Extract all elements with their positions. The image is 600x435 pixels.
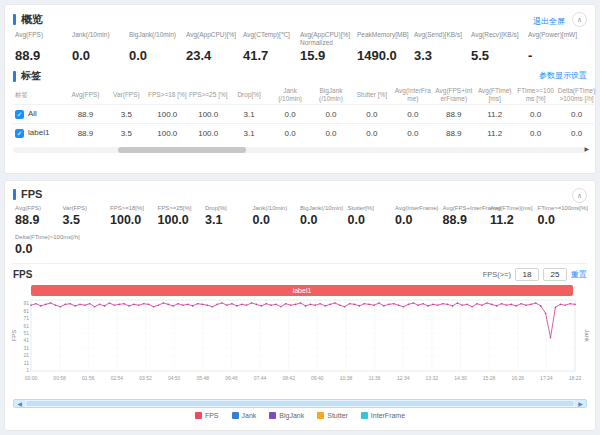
chart-legend: FPSJankBigJankStutterInterFrame	[5, 412, 595, 419]
svg-text:21: 21	[23, 352, 29, 358]
table-scroll-right-arrow[interactable]: ▶	[584, 145, 589, 152]
svg-text:01:56: 01:56	[82, 375, 95, 381]
svg-text:09:40: 09:40	[311, 375, 324, 381]
metric-value: 0.0	[129, 48, 186, 63]
fps-metric: BigJank(/10min)0.0	[300, 204, 348, 227]
metric-label: Avg(Power)[mW]	[528, 31, 585, 47]
chart-scroll-track[interactable]	[25, 400, 575, 407]
table-horizontal-scrollbar[interactable]: ▶	[13, 147, 587, 153]
table-header-cell: FPS>=25 [%]	[188, 85, 229, 105]
svg-text:14:30: 14:30	[454, 375, 467, 381]
overview-metric: Avg(Send)[KB/s]3.3	[414, 31, 471, 63]
metric-label: Avg(FPS)	[15, 31, 72, 47]
metric-value: 0.0	[348, 213, 396, 227]
metric-value: 3.5	[63, 213, 111, 227]
table-cell: 0.0	[311, 124, 352, 143]
svg-text:15:28: 15:28	[483, 375, 496, 381]
svg-text:16:26: 16:26	[511, 375, 524, 381]
parameter-display-settings-link[interactable]: 参数显示设置	[539, 70, 587, 81]
metric-value: 100.0	[110, 213, 158, 227]
metric-value: -	[528, 48, 585, 63]
chart-scroll-right-arrow[interactable]: ▶	[575, 400, 586, 407]
svg-text:13:32: 13:32	[426, 375, 439, 381]
metric-value: 23.4	[186, 48, 243, 63]
svg-text:1: 1	[26, 367, 29, 373]
table-cell: 11.2	[474, 124, 515, 143]
fullscreen-link[interactable]: 退出全屏	[533, 16, 565, 27]
svg-text:31: 31	[23, 345, 29, 351]
svg-text:07:44: 07:44	[254, 375, 267, 381]
table-cell: 0.0	[515, 124, 556, 143]
fps-threshold-input-2[interactable]	[543, 268, 567, 281]
metric-label: FPS>=25[%]	[158, 204, 206, 212]
table-header-cell: Avg(FPS)	[65, 85, 106, 105]
table-row[interactable]: ✓label188.93.5100.0100.03.10.00.00.00.08…	[13, 124, 597, 143]
table-cell: 0.0	[556, 105, 597, 124]
table-row[interactable]: ✓All88.93.5100.0100.03.10.00.00.00.088.9…	[13, 105, 597, 124]
svg-text:51: 51	[23, 330, 29, 336]
metric-value: 0.0	[15, 242, 585, 256]
fps-chart-svg[interactable]: 00:0000:5801:5602:5403:5204:5005:4806:46…	[9, 297, 593, 393]
svg-text:Jank: Jank	[584, 329, 590, 343]
overview-metric: PeakMemory[MB]1490.0	[357, 31, 414, 63]
fps-chart-subtitle: FPS	[13, 269, 32, 280]
chart-region-label[interactable]: label1	[31, 285, 573, 296]
fps-metric: FPS>=25[%]100.0	[158, 204, 206, 227]
legend-label: BigJank	[279, 412, 304, 419]
metric-label: BigJank(/10min)	[300, 204, 348, 212]
reset-link[interactable]: 重置	[571, 269, 587, 280]
chart-scrollbar-thumb[interactable]	[26, 401, 574, 406]
metric-label: Avg(Recv)[KB/s]	[471, 31, 528, 47]
fps-metric: Avg(FPS+InterFrame)88.9	[443, 204, 491, 227]
svg-text:91: 91	[23, 300, 29, 306]
overview-metric: Jank(/10min)0.0	[72, 31, 129, 63]
metric-label: Avg(CTemp)[℃]	[243, 31, 300, 47]
svg-text:00:00: 00:00	[25, 375, 38, 381]
overview-collapse-button[interactable]: ∧	[572, 12, 587, 27]
fps-metric: Var(FPS)3.5	[63, 204, 111, 227]
legend-item-interframe[interactable]: InterFrame	[361, 412, 405, 419]
legend-item-stutter[interactable]: Stutter	[317, 412, 348, 419]
svg-text:05:48: 05:48	[197, 375, 210, 381]
fps-card: FPS ∧ Avg(FPS)88.9Var(FPS)3.5FPS>=18[%]1…	[4, 180, 596, 431]
table-row-name: ✓All	[13, 105, 65, 124]
row-checkbox[interactable]: ✓	[15, 129, 24, 138]
table-cell: 11.2	[474, 105, 515, 124]
metric-label: PeakMemory[MB]	[357, 31, 414, 47]
overview-header: 概览 退出全屏 ∧	[5, 5, 595, 27]
table-cell: 0.0	[556, 124, 597, 143]
fps-metric: Jank(/10min)0.0	[253, 204, 301, 227]
legend-item-fps[interactable]: FPS	[195, 412, 219, 419]
fps-collapse-button[interactable]: ∧	[572, 188, 587, 203]
table-cell: 0.0	[351, 124, 392, 143]
svg-text:02:54: 02:54	[111, 375, 124, 381]
chart-scroll-left-arrow[interactable]: ◀	[14, 400, 25, 407]
table-cell: 88.9	[433, 124, 474, 143]
table-cell: 88.9	[65, 105, 106, 124]
metric-label: Jank(/10min)	[253, 204, 301, 212]
legend-item-jank[interactable]: Jank	[232, 412, 257, 419]
metric-value: 0.0	[538, 213, 586, 227]
table-cell: 3.5	[106, 105, 147, 124]
metric-label: Avg(FTime)[ms]	[490, 204, 538, 212]
legend-item-bigjank[interactable]: BigJank	[269, 412, 304, 419]
metric-label: BigJank(/10min)	[129, 31, 186, 47]
metric-value: 11.2	[490, 213, 538, 227]
overview-metric: Avg(Power)[mW]-	[528, 31, 585, 63]
chart-horizontal-scrollbar[interactable]: ◀ ▶	[13, 399, 587, 408]
svg-text:11: 11	[24, 360, 29, 366]
svg-text:17:24: 17:24	[540, 375, 553, 381]
table-header-cell: Avg(InterFrame)	[392, 85, 433, 105]
table-header-name: 标签	[13, 85, 65, 105]
fps-metric: Drop[%]3.1	[205, 204, 253, 227]
row-checkbox[interactable]: ✓	[15, 110, 24, 119]
table-header-cell: Stutter [%]	[351, 85, 392, 105]
table-cell: 0.0	[270, 105, 311, 124]
table-cell: 0.0	[270, 124, 311, 143]
table-scrollbar-thumb[interactable]	[118, 147, 246, 153]
overview-metric: Avg(CTemp)[℃]41.7	[243, 31, 300, 63]
fps-threshold-input-1[interactable]	[515, 268, 539, 281]
table-cell: 100.0	[147, 124, 188, 143]
labels-table-body: ✓All88.93.5100.0100.03.10.00.00.00.088.9…	[13, 105, 597, 143]
metric-value: 88.9	[15, 48, 72, 63]
